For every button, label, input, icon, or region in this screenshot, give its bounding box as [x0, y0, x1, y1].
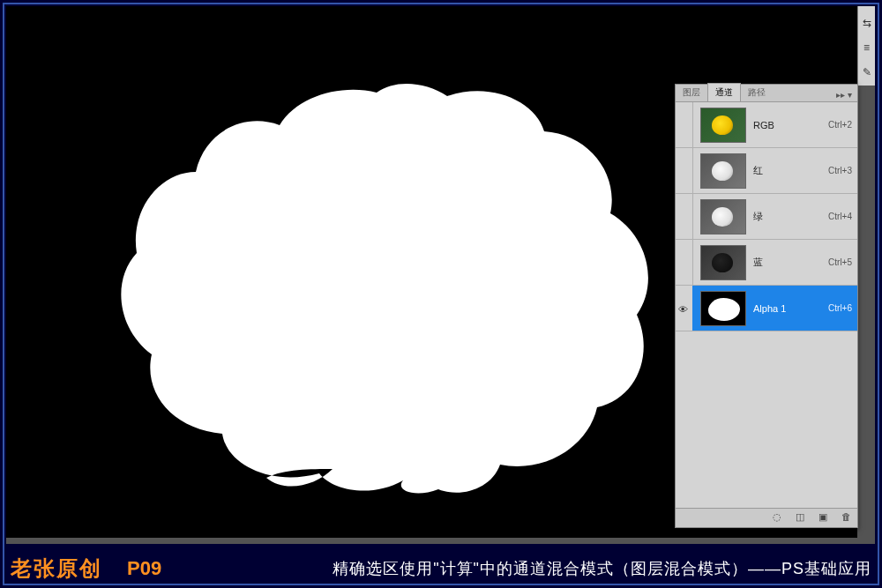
panel-empty-area: [676, 331, 857, 508]
app-area: ⇆ ≡ ✎ 图层 通道 路径 ▸▸ ▾ RGB Ctrl+2 红 Ctrl+3: [6, 6, 875, 544]
visibility-toggle[interactable]: [676, 194, 693, 239]
channel-shortcut: Ctrl+3: [828, 166, 852, 175]
channel-alpha-1[interactable]: 👁 Alpha 1 Ctrl+6: [676, 286, 857, 331]
tab-layers[interactable]: 图层: [676, 84, 707, 101]
caption-page: P09: [127, 557, 161, 580]
channel-label: 绿: [753, 210, 828, 223]
channel-rgb[interactable]: RGB Ctrl+2: [676, 102, 857, 148]
panel-menu-icon[interactable]: ▸▸ ▾: [831, 88, 857, 101]
delete-channel-icon[interactable]: 🗑: [838, 511, 854, 525]
channel-red[interactable]: 红 Ctrl+3: [676, 148, 857, 194]
tab-paths[interactable]: 路径: [741, 84, 773, 101]
channel-blue[interactable]: 蓝 Ctrl+5: [676, 240, 857, 286]
eye-icon: 👁: [678, 304, 691, 313]
channel-shortcut: Ctrl+4: [828, 212, 852, 221]
channel-label: 红: [753, 164, 828, 177]
channels-panel: 图层 通道 路径 ▸▸ ▾ RGB Ctrl+2 红 Ctrl+3 绿: [675, 84, 858, 528]
caption-description: 精确选区使用"计算"中的通道混合模式（图层混合模式）——PS基础应用: [333, 558, 871, 579]
channel-list: RGB Ctrl+2 红 Ctrl+3 绿 Ctrl+4 蓝 Ctrl+5: [676, 102, 857, 331]
channel-thumbnail: [700, 245, 746, 280]
swatch-icon[interactable]: ≡: [861, 41, 873, 54]
channel-thumbnail: [700, 291, 746, 326]
right-toolbox: ⇆ ≡ ✎: [857, 6, 875, 86]
visibility-toggle[interactable]: 👁: [676, 286, 693, 331]
channel-thumbnail: [700, 108, 746, 143]
save-selection-icon[interactable]: ◫: [792, 511, 808, 525]
alpha-mask-shape: [112, 77, 659, 500]
channel-shortcut: Ctrl+5: [828, 257, 852, 267]
collapse-icon[interactable]: ⇆: [861, 17, 873, 29]
channel-thumbnail: [700, 153, 746, 189]
panel-footer: ◌ ◫ ▣ 🗑: [676, 508, 857, 527]
channel-label: Alpha 1: [753, 303, 828, 314]
caption-author: 老张原创: [11, 555, 102, 583]
caption-bar: 老张原创 P09 精确选区使用"计算"中的通道混合模式（图层混合模式）——PS基…: [0, 549, 882, 588]
channel-shortcut: Ctrl+2: [828, 120, 852, 130]
channel-label: RGB: [753, 120, 828, 130]
channel-green[interactable]: 绿 Ctrl+4: [676, 194, 857, 240]
brush-icon[interactable]: ✎: [861, 66, 873, 78]
visibility-toggle[interactable]: [676, 102, 693, 147]
tab-channels[interactable]: 通道: [707, 83, 741, 101]
panel-tabs: 图层 通道 路径 ▸▸ ▾: [676, 85, 857, 102]
visibility-toggle[interactable]: [676, 240, 693, 285]
load-selection-icon[interactable]: ◌: [769, 511, 785, 525]
new-channel-icon[interactable]: ▣: [815, 511, 831, 525]
channel-thumbnail: [700, 199, 746, 234]
channel-shortcut: Ctrl+6: [828, 303, 852, 313]
channel-label: 蓝: [753, 256, 828, 269]
visibility-toggle[interactable]: [676, 148, 693, 193]
